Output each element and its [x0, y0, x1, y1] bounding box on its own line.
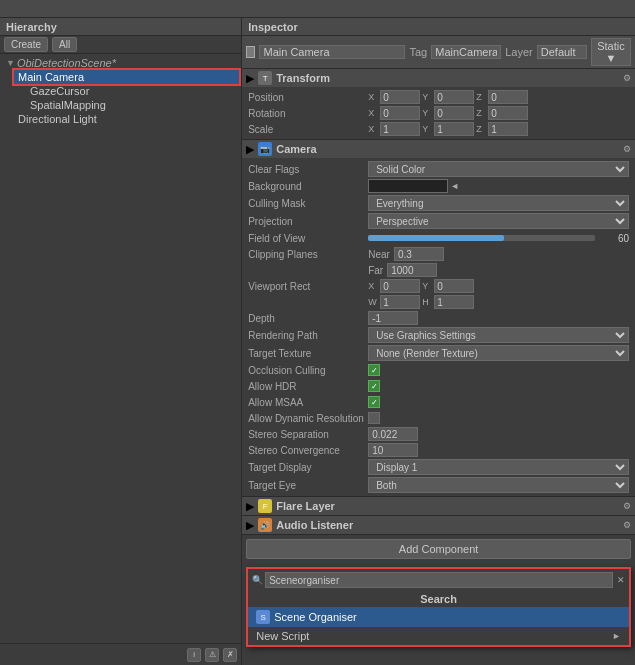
vp-x-input[interactable]: [380, 279, 420, 293]
occlusion-culling-label: Occlusion Culling: [248, 365, 368, 376]
stereo-conv-input[interactable]: [368, 443, 418, 457]
rendering-path-dropdown[interactable]: Use Graphics Settings: [368, 327, 629, 343]
hierarchy-item-maincamera[interactable]: Main Camera: [14, 70, 239, 84]
all-button[interactable]: All: [52, 37, 77, 52]
target-eye-dropdown[interactable]: Both: [368, 477, 629, 493]
scale-z-input[interactable]: [488, 122, 528, 136]
allow-dynamic-label: Allow Dynamic Resolution: [248, 413, 368, 424]
background-color-preview[interactable]: [368, 179, 448, 193]
camera-header[interactable]: ▶ 📷 Camera ⚙: [242, 140, 635, 158]
rendering-path-label: Rendering Path: [248, 330, 368, 341]
position-xyz: X Y Z: [368, 90, 629, 104]
popup-search-label: Search: [248, 591, 629, 607]
rot-z-input[interactable]: [488, 106, 528, 120]
flare-layer-header[interactable]: ▶ F Flare Layer ⚙: [242, 497, 635, 515]
vp-h-label: H: [422, 297, 432, 307]
allow-msaa-row: Allow MSAA ✓: [242, 394, 635, 410]
scale-y-label: Y: [422, 124, 432, 134]
rot-x-label: X: [368, 108, 378, 118]
scale-x-input[interactable]: [380, 122, 420, 136]
rot-x-input[interactable]: [380, 106, 420, 120]
bottom-icon-2[interactable]: ⚠: [205, 648, 219, 662]
rot-z-label: Z: [476, 108, 486, 118]
new-script-arrow: ►: [612, 631, 621, 641]
projection-row: Projection Perspective: [242, 212, 635, 230]
culling-mask-dropdown[interactable]: Everything: [368, 195, 629, 211]
occlusion-culling-checkbox[interactable]: ✓: [368, 364, 380, 376]
hierarchy-item-directionallight[interactable]: Directional Light: [14, 112, 239, 126]
hierarchy-title: Hierarchy: [6, 21, 57, 33]
projection-label: Projection: [248, 216, 368, 227]
allow-msaa-checkbox[interactable]: ✓: [368, 396, 380, 408]
transform-icon: T: [258, 71, 272, 85]
inspector-obj-bar: Tag Layer Static ▼: [242, 36, 635, 69]
allow-hdr-checkbox[interactable]: ✓: [368, 380, 380, 392]
bottom-icon-3[interactable]: ✗: [223, 648, 237, 662]
flare-menu[interactable]: ⚙: [623, 501, 631, 511]
target-texture-dropdown[interactable]: None (Render Texture): [368, 345, 629, 361]
popup-search-input[interactable]: [265, 572, 613, 588]
bottom-icon-1[interactable]: i: [187, 648, 201, 662]
rotation-row: Rotation X Y Z: [242, 105, 635, 121]
audio-listener-header[interactable]: ▶ 🔊 Audio Listener ⚙: [242, 516, 635, 534]
scale-xyz: X Y Z: [368, 122, 629, 136]
target-texture-row: Target Texture None (Render Texture): [242, 344, 635, 362]
scale-row: Scale X Y Z: [242, 121, 635, 137]
vp-y-input[interactable]: [434, 279, 474, 293]
scale-y-input[interactable]: [434, 122, 474, 136]
transform-expand-icon: ▶: [246, 72, 254, 85]
tag-dropdown[interactable]: [431, 45, 501, 59]
static-button[interactable]: Static ▼: [591, 38, 631, 66]
vp-h-input[interactable]: [434, 295, 474, 309]
layer-dropdown[interactable]: [537, 45, 587, 59]
depth-input[interactable]: [368, 311, 418, 325]
audio-menu[interactable]: ⚙: [623, 520, 631, 530]
fov-slider[interactable]: [368, 235, 595, 241]
fov-label: Field of View: [248, 233, 368, 244]
rotation-label: Rotation: [248, 108, 368, 119]
viewport-label: Viewport Rect: [248, 281, 368, 292]
clipping-row: Clipping Planes Near: [242, 246, 635, 262]
viewport-wh-inputs: W H: [368, 295, 629, 309]
pos-z-input[interactable]: [488, 90, 528, 104]
fov-slider-fill: [368, 235, 504, 241]
search-clear-icon[interactable]: ✕: [617, 575, 625, 585]
popup-item-new-script[interactable]: New Script ►: [248, 627, 629, 645]
near-input[interactable]: [394, 247, 444, 261]
hierarchy-item-spatialmapping[interactable]: SpatialMapping: [26, 98, 239, 112]
rotation-xyz: X Y Z: [368, 106, 629, 120]
camera-menu[interactable]: ⚙: [623, 144, 631, 154]
new-script-label: New Script: [256, 630, 309, 642]
popup-item-scene-organiser[interactable]: S Scene Organiser: [248, 607, 629, 627]
allow-dynamic-checkbox[interactable]: [368, 412, 380, 424]
fov-slider-container: 60: [368, 233, 629, 244]
transform-header[interactable]: ▶ T Transform ⚙: [242, 69, 635, 87]
target-display-dropdown[interactable]: Display 1: [368, 459, 629, 475]
vp-w-input[interactable]: [380, 295, 420, 309]
scene-organiser-icon: S: [256, 610, 270, 624]
allow-hdr-label: Allow HDR: [248, 381, 368, 392]
occlusion-culling-row: Occlusion Culling ✓: [242, 362, 635, 378]
create-button[interactable]: Create: [4, 37, 48, 52]
stereo-sep-row: Stereo Separation: [242, 426, 635, 442]
clear-flags-dropdown[interactable]: Solid Color: [368, 161, 629, 177]
projection-dropdown[interactable]: Perspective: [368, 213, 629, 229]
transform-menu[interactable]: ⚙: [623, 73, 631, 83]
fov-value: 60: [599, 233, 629, 244]
vp-y-label: Y: [422, 281, 432, 291]
obj-active-checkbox[interactable]: [246, 46, 255, 58]
obj-name-input[interactable]: [259, 45, 405, 59]
pos-y-input[interactable]: [434, 90, 474, 104]
viewport-wh-row: W H: [242, 294, 635, 310]
stereo-sep-input[interactable]: [368, 427, 418, 441]
hierarchy-item-gazecursor[interactable]: GazeCursor: [26, 84, 239, 98]
hierarchy-bottom: i ⚠ ✗: [0, 643, 241, 665]
far-input[interactable]: [387, 263, 437, 277]
rot-y-input[interactable]: [434, 106, 474, 120]
audio-listener-section: ▶ 🔊 Audio Listener ⚙: [242, 516, 635, 535]
add-component-button[interactable]: Add Component: [246, 539, 631, 559]
hierarchy-header: Hierarchy: [0, 18, 241, 36]
flare-layer-section: ▶ F Flare Layer ⚙: [242, 497, 635, 516]
scene-root[interactable]: ▼ ObiDetectionScene*: [2, 56, 239, 70]
pos-x-input[interactable]: [380, 90, 420, 104]
